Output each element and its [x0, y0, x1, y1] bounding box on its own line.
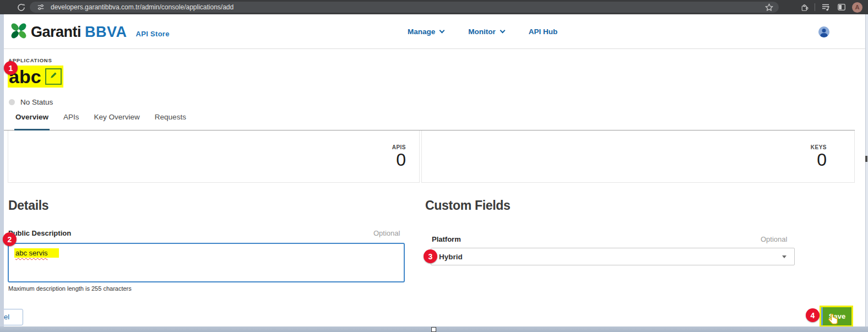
browser-toolbar: developers.garantibbva.com.tr/admin/cons…: [0, 0, 868, 14]
keys-stat-card: KEYS 0: [421, 130, 855, 183]
annotation-marker-1: 1: [4, 61, 18, 75]
main-nav: Manage Monitor API Hub: [408, 14, 557, 49]
screenshot-root: developers.garantibbva.com.tr/admin/cons…: [0, 0, 868, 332]
window-frame-left: [0, 14, 4, 326]
platform-optional-tag: Optional: [761, 235, 787, 243]
public-description-input[interactable]: abc servis: [8, 243, 405, 282]
tab-bar: Overview APIs Key Overview Requests: [0, 113, 855, 130]
address-bar[interactable]: developers.garantibbva.com.tr/admin/cons…: [30, 2, 779, 13]
url-text[interactable]: developers.garantibbva.com.tr/admin/cons…: [51, 3, 763, 11]
annotation-marker-4: 4: [806, 308, 820, 322]
annotation-marker-3: 3: [424, 249, 437, 263]
side-panel-icon[interactable]: [836, 2, 847, 13]
browser-profile-avatar[interactable]: A: [852, 2, 862, 13]
selection-handle[interactable]: [431, 327, 436, 332]
tab-overview[interactable]: Overview: [15, 113, 48, 130]
brand-garanti: Garanti: [31, 24, 81, 41]
annotation-marker-2: 2: [3, 232, 17, 246]
status-badge: No Status: [20, 98, 53, 106]
status-row: No Status: [9, 98, 53, 106]
extensions-icon[interactable]: [799, 2, 810, 13]
status-dot-icon: [9, 99, 15, 105]
apis-stat-value: 0: [396, 150, 406, 169]
custom-fields-heading: Custom Fields: [425, 198, 511, 213]
scrollbar-thumb[interactable]: [865, 156, 867, 162]
description-optional-tag: Optional: [373, 229, 400, 237]
select-caret-icon: [782, 255, 786, 258]
description-value-highlight: abc servis: [14, 248, 59, 258]
garanti-clover-icon: [9, 21, 29, 43]
reload-icon[interactable]: [15, 2, 26, 13]
tab-requests[interactable]: Requests: [155, 113, 186, 130]
public-description-label: Public Description: [8, 229, 71, 237]
brand-bbva: BBVA: [85, 24, 127, 41]
toolbar-divider: [815, 3, 815, 11]
brand-logo[interactable]: Garanti BBVA API Store: [9, 21, 170, 43]
save-button[interactable]: Save: [821, 307, 851, 325]
nav-api-hub[interactable]: API Hub: [529, 28, 558, 36]
apis-stat-card: APIS 0: [8, 130, 420, 183]
chevron-down-icon: [500, 28, 505, 34]
scrollbar-track[interactable]: [865, 14, 868, 326]
site-header: Garanti BBVA API Store Manage Monitor AP…: [0, 14, 868, 49]
pencil-icon: [49, 71, 58, 82]
tab-apis[interactable]: APIs: [63, 113, 79, 130]
platform-selected-value: Hybrid: [439, 253, 463, 261]
keys-stat-value: 0: [817, 150, 827, 169]
user-account-icon[interactable]: [817, 25, 831, 39]
bookmark-star-icon[interactable]: [763, 2, 774, 13]
keys-stat-label: KEYS: [811, 144, 827, 150]
stats-row: APIS 0 KEYS 0: [8, 130, 855, 183]
platform-select[interactable]: Hybrid: [431, 248, 795, 265]
details-heading: Details: [8, 198, 48, 213]
tab-key-overview[interactable]: Key Overview: [94, 113, 140, 130]
tune-icon[interactable]: [35, 2, 46, 13]
platform-label: Platform: [432, 235, 461, 243]
nav-monitor[interactable]: Monitor: [468, 28, 504, 36]
apis-stat-label: APIS: [392, 144, 406, 150]
edit-name-button[interactable]: [45, 68, 62, 85]
media-controls-icon[interactable]: [820, 2, 831, 13]
brand-product: API Store: [136, 30, 170, 38]
description-helper-text: Maximum description length is 255 charac…: [8, 285, 132, 292]
chevron-down-icon: [440, 28, 445, 34]
nav-manage[interactable]: Manage: [408, 28, 444, 36]
